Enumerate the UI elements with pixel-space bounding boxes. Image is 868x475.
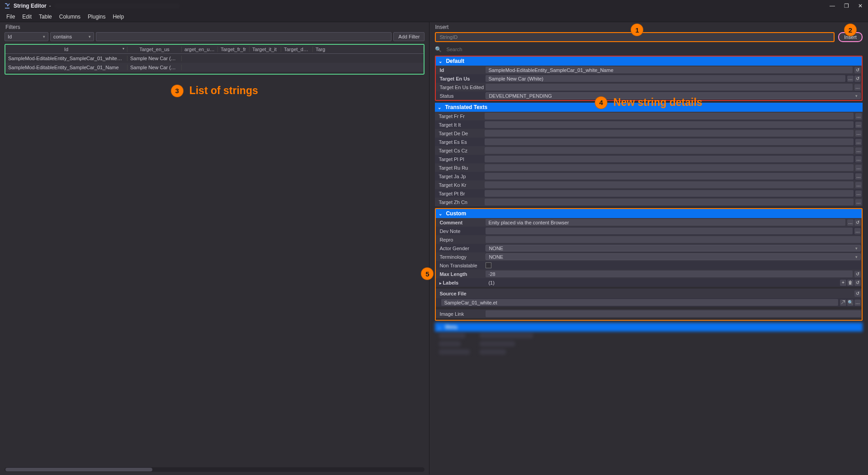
col-header-id[interactable]: Id xyxy=(5,47,127,52)
checkbox-non-translatable[interactable] xyxy=(486,262,491,268)
col-header-target-fr[interactable]: Target_fr_fr xyxy=(218,47,250,52)
menu-plugins[interactable]: Plugins xyxy=(88,14,105,20)
revert-icon[interactable]: ↺ xyxy=(854,219,861,226)
remove-icon[interactable]: 🗑 xyxy=(847,280,854,286)
revert-icon[interactable]: ↺ xyxy=(854,290,861,297)
prop-value-comment[interactable]: Enity placed via the content Browser xyxy=(486,219,845,226)
menu-help[interactable]: Help xyxy=(113,14,124,20)
window-maximize-button[interactable]: ❐ xyxy=(842,2,851,10)
window-minimize-button[interactable]: — xyxy=(828,2,837,10)
revert-icon[interactable]: ↺ xyxy=(854,271,861,277)
prop-value-terminology[interactable]: NONE xyxy=(486,253,861,260)
search-icon[interactable]: 🔍 xyxy=(847,299,854,306)
revert-icon[interactable]: ↺ xyxy=(854,67,861,73)
expand-icon[interactable]: … xyxy=(855,139,862,145)
horizontal-scrollbar[interactable] xyxy=(5,467,425,472)
left-pane: Filters Id contains Add Filter Id Target… xyxy=(0,22,429,475)
revert-icon[interactable]: ↺ xyxy=(854,280,861,286)
col-header-rest[interactable]: Targ xyxy=(313,47,424,52)
filter-value-input[interactable] xyxy=(96,32,392,41)
section-header-custom[interactable]: ⌄ Custom xyxy=(436,209,862,218)
translated-row: Target It It… xyxy=(435,120,863,129)
prop-label-translated: Target Fr Fr xyxy=(439,114,485,119)
prop-label-translated: Target Ru Ru xyxy=(439,165,485,171)
prop-label-target-en-us-edited: Target En Us Edited xyxy=(439,85,486,90)
prop-value-translated[interactable] xyxy=(485,113,854,119)
open-external-icon[interactable]: 🡥 xyxy=(840,299,846,306)
translated-row: Target Es Es… xyxy=(435,138,863,146)
prop-label-actor-gender: Actor Gender xyxy=(439,246,486,251)
prop-value-translated[interactable] xyxy=(485,130,854,137)
expand-icon[interactable]: … xyxy=(855,113,862,119)
prop-value-target-en-us[interactable]: Sample New Car (White) xyxy=(486,75,845,82)
prop-value-target-en-us-edited[interactable] xyxy=(486,84,853,90)
prop-label-labels[interactable]: Labels xyxy=(439,280,486,285)
filter-operator-select[interactable]: contains xyxy=(50,32,94,41)
prop-value-translated[interactable] xyxy=(485,173,854,180)
prop-value-source-file[interactable]: SampleCar_01_white.et xyxy=(441,299,838,306)
prop-value-repro[interactable] xyxy=(486,236,861,243)
prop-label-translated: Target Ko Kr xyxy=(439,182,485,188)
table-row[interactable]: SampleMod-EditableEntity_SampleCar_01_Na… xyxy=(5,63,424,72)
prop-value-translated[interactable] xyxy=(485,156,854,162)
col-header-target-en-us-edited[interactable]: arget_en_us_editer xyxy=(182,47,218,52)
search-icon: 🔍 xyxy=(435,46,442,52)
filter-field-select[interactable]: Id xyxy=(5,32,48,41)
prop-value-dev-note[interactable] xyxy=(486,228,853,234)
section-custom: 5 ⌄ Custom Comment Enity placed via the … xyxy=(435,208,863,321)
section-translated: ⌄ Translated Texts 4 New string details … xyxy=(435,103,863,206)
expand-icon[interactable]: … xyxy=(847,219,854,226)
revert-icon[interactable]: ↺ xyxy=(854,76,861,82)
expand-icon[interactable]: … xyxy=(855,199,862,205)
prop-value-translated[interactable] xyxy=(485,121,854,128)
prop-label-image-link: Image Link xyxy=(439,311,486,317)
expand-icon[interactable]: … xyxy=(855,147,862,154)
expand-icon[interactable]: … xyxy=(854,299,861,306)
menu-columns[interactable]: Columns xyxy=(59,14,80,20)
table-row[interactable]: SampleMod-EditableEntity_SampleCar_01_wh… xyxy=(5,54,424,63)
translated-row: Target Fr Fr… xyxy=(435,112,863,120)
add-icon[interactable]: + xyxy=(840,280,846,286)
translated-row: Target Pl Pl… xyxy=(435,155,863,163)
prop-label-max-length: Max Length xyxy=(439,271,486,277)
app-icon xyxy=(4,2,11,10)
expand-icon[interactable]: … xyxy=(855,190,862,197)
search-input[interactable] xyxy=(445,45,863,54)
expand-icon[interactable]: … xyxy=(855,165,862,171)
expand-icon[interactable]: … xyxy=(855,156,862,162)
expand-icon[interactable]: … xyxy=(855,182,862,188)
section-header-default[interactable]: ⌄ Default xyxy=(436,57,862,66)
prop-value-translated[interactable] xyxy=(485,138,854,145)
expand-icon[interactable]: … xyxy=(847,76,854,82)
expand-icon[interactable]: … xyxy=(854,228,861,234)
callout-4: 4 xyxy=(595,97,607,109)
callout-2: 2 xyxy=(844,24,856,36)
expand-icon[interactable]: … xyxy=(855,130,862,137)
menu-file[interactable]: File xyxy=(6,14,15,20)
prop-value-translated[interactable] xyxy=(485,199,854,205)
expand-icon[interactable]: … xyxy=(855,122,862,128)
prop-value-max-length[interactable]: ·28 xyxy=(486,271,853,277)
col-header-target-de[interactable]: Target_de_de xyxy=(281,47,313,52)
translated-row: Target Cs Cz… xyxy=(435,146,863,155)
prop-value-translated[interactable] xyxy=(485,181,854,188)
prop-value-translated[interactable] xyxy=(485,164,854,171)
col-header-target-en-us[interactable]: Target_en_us xyxy=(127,47,182,52)
prop-label-translated: Target It It xyxy=(439,122,485,128)
prop-value-id[interactable]: SampleMod-EditableEntity_SampleCar_01_wh… xyxy=(486,66,853,73)
prop-label-dev-note: Dev Note xyxy=(439,228,486,234)
prop-label-repro: Repro xyxy=(439,237,486,242)
prop-value-translated[interactable] xyxy=(485,147,854,154)
menu-edit[interactable]: Edit xyxy=(22,14,32,20)
prop-value-actor-gender[interactable]: NONE xyxy=(486,245,861,252)
cell-target: Sample New Car (White) xyxy=(127,56,182,61)
window-close-button[interactable]: ✕ xyxy=(856,2,864,10)
menu-table[interactable]: Table xyxy=(39,14,52,20)
col-header-target-it[interactable]: Target_it_it xyxy=(250,47,281,52)
prop-value-translated[interactable] xyxy=(485,190,854,197)
expand-icon[interactable]: … xyxy=(854,84,861,90)
prop-value-image-link[interactable] xyxy=(486,310,861,317)
add-filter-button[interactable]: Add Filter xyxy=(393,32,425,41)
prop-label-comment: Comment xyxy=(439,220,486,225)
expand-icon[interactable]: … xyxy=(855,173,862,180)
